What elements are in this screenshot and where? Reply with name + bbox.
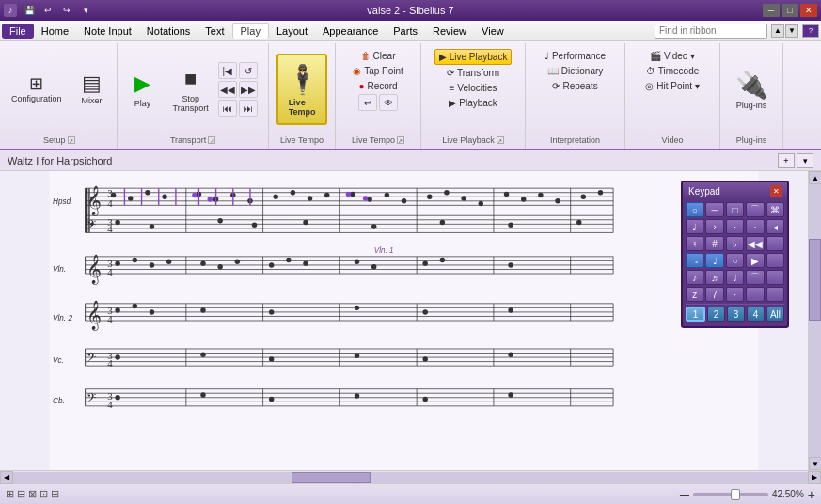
zoom-in-btn[interactable]: + — [808, 487, 815, 502]
keypad-btn-54[interactable]: ⌒ — [746, 270, 764, 285]
quick-redo-btn[interactable]: ↪ — [58, 4, 75, 17]
to-start-btn[interactable]: ⏮ — [218, 100, 237, 117]
play-btn[interactable]: ▶ Play — [122, 56, 164, 122]
clear-btn[interactable]: 🗑 Clear — [357, 49, 400, 63]
keypad-btn-25[interactable]: ◂ — [766, 219, 784, 234]
to-end-btn[interactable]: ⏭ — [239, 100, 258, 117]
live-playback-expand-btn[interactable]: ↗ — [497, 136, 504, 144]
menu-file[interactable]: File — [2, 24, 34, 39]
dictionary-btn[interactable]: 📖 Dictionary — [544, 64, 607, 78]
repeats-btn[interactable]: ⟳ Repeats — [548, 79, 601, 93]
keypad-btn-23[interactable]: · — [726, 219, 744, 234]
menu-notations[interactable]: Notations — [139, 24, 197, 39]
quick-undo-btn[interactable]: ↩ — [39, 4, 56, 17]
minimize-btn[interactable]: ─ — [763, 4, 780, 17]
keypad-mode-2[interactable]: ─ — [705, 202, 723, 217]
keypad-note-3[interactable]: ○ — [726, 253, 744, 268]
keypad-note-2[interactable]: ♩ — [705, 253, 723, 268]
keypad-btn-35[interactable] — [766, 236, 784, 251]
transform-btn[interactable]: ⟳ Transform — [443, 66, 503, 80]
rewind-btn[interactable]: ◀◀ — [218, 81, 237, 98]
search-next-btn[interactable]: ▼ — [785, 24, 798, 38]
search-prev-btn[interactable]: ▲ — [771, 24, 784, 38]
keypad-mode-3[interactable]: □ — [726, 202, 744, 217]
zoom-slider[interactable] — [693, 493, 768, 496]
keypad-btn-65[interactable] — [766, 287, 784, 302]
help-btn[interactable]: ? — [802, 24, 819, 38]
keypad-num-4[interactable]: 4 — [747, 307, 765, 322]
live-tempo-btn[interactable]: 🕴 LiveTempo — [276, 54, 327, 125]
keypad-btn-52[interactable]: ♬ — [705, 270, 723, 285]
keypad-num-3[interactable]: 3 — [727, 307, 745, 322]
video-btn[interactable]: 🎬 Video ▾ — [646, 49, 699, 63]
zoom-slider-thumb[interactable] — [731, 489, 740, 500]
keypad-mode-5[interactable]: ⌘ — [766, 202, 784, 217]
menu-layout[interactable]: Layout — [269, 24, 315, 39]
keypad-btn-64[interactable] — [746, 287, 764, 302]
status-icon-1[interactable]: ⊞ — [6, 488, 14, 500]
menu-note-input[interactable]: Note Input — [76, 24, 139, 39]
keypad-btn-34[interactable]: ◀◀ — [746, 236, 764, 251]
ff-btn[interactable]: ▶▶ — [239, 81, 258, 98]
live-tempo-expand-btn[interactable]: ↗ — [397, 136, 404, 144]
menu-appearance[interactable]: Appearance — [315, 24, 386, 39]
keypad-btn-53[interactable]: ♩ — [726, 270, 744, 285]
record-btn[interactable]: ● Record — [355, 79, 401, 93]
maximize-btn[interactable]: □ — [782, 4, 798, 17]
keypad-btn-61[interactable]: z — [686, 287, 703, 302]
keypad-btn-55[interactable] — [766, 270, 784, 285]
add-staff-btn[interactable]: + — [778, 153, 795, 168]
rewind-to-start-btn[interactable]: |◀ — [218, 62, 237, 79]
keypad-note-1[interactable]: 𝅗 — [686, 253, 703, 268]
scroll-down-btn[interactable]: ▼ — [809, 457, 821, 470]
close-btn[interactable]: ✕ — [800, 4, 817, 17]
status-icon-2[interactable]: ⊟ — [17, 488, 25, 500]
vertical-scrollbar[interactable]: ▲ ▼ — [808, 171, 821, 470]
status-icon-3[interactable]: ⊠ — [28, 488, 37, 500]
keypad-btn-32[interactable]: # — [705, 236, 723, 251]
loop-btn[interactable]: ↺ — [239, 62, 258, 79]
menu-parts[interactable]: Parts — [386, 24, 425, 39]
keypad-btn-62[interactable]: 7 — [705, 287, 723, 302]
scroll-up-btn[interactable]: ▲ — [809, 171, 821, 184]
keypad-btn-51[interactable]: ♪ — [686, 270, 703, 285]
menu-review[interactable]: Review — [425, 24, 474, 39]
zoom-out-btn[interactable]: ─ — [680, 487, 689, 502]
menu-home[interactable]: Home — [34, 24, 76, 39]
tap-point-btn[interactable]: ◉ Tap Point — [349, 64, 407, 78]
keypad-btn-22[interactable]: › — [705, 219, 723, 234]
ribbon-search-input[interactable] — [655, 24, 767, 39]
scroll-right-btn[interactable]: ▶ — [808, 471, 821, 484]
horizontal-scrollbar[interactable]: ◀ ▶ — [0, 470, 821, 483]
setup-expand-btn[interactable]: ↗ — [68, 136, 75, 144]
nav-staff-btn[interactable]: ▾ — [797, 153, 813, 168]
quick-more-btn[interactable]: ▾ — [77, 4, 94, 17]
keypad-btn-31[interactable]: ♮ — [686, 236, 703, 251]
keypad-header[interactable]: Keypad ✕ — [683, 182, 787, 199]
keypad-btn-24[interactable]: · — [746, 219, 764, 234]
status-icon-4[interactable]: ⊡ — [39, 488, 48, 500]
keypad-mode-4[interactable]: ⌒ — [746, 202, 764, 217]
loop-back-btn[interactable]: ↩ — [358, 94, 377, 111]
plugins-btn[interactable]: 🔌 Plug-ins — [726, 63, 777, 116]
menu-play[interactable]: Play — [232, 23, 269, 39]
eye-btn[interactable]: 👁 — [379, 94, 398, 111]
mixer-btn[interactable]: ▤ Mixer — [71, 63, 113, 116]
performance-btn[interactable]: ♩ Performance — [541, 49, 609, 63]
keypad-num-1[interactable]: 1 — [686, 307, 705, 322]
keypad-close-btn[interactable]: ✕ — [770, 185, 782, 197]
live-playback-btn[interactable]: ▶ Live Playback — [434, 49, 513, 65]
keypad-btn-33[interactable]: ♭ — [726, 236, 744, 251]
stop-btn[interactable]: ■ StopTransport — [166, 56, 216, 122]
status-icon-5[interactable]: ⊞ — [51, 488, 59, 500]
keypad-num-all[interactable]: All — [766, 307, 784, 322]
menu-view[interactable]: View — [474, 24, 512, 39]
configuration-btn[interactable]: ⊞ Configuration — [6, 63, 68, 116]
keypad-btn-21[interactable]: ♩ — [686, 219, 703, 234]
menu-text[interactable]: Text — [197, 24, 231, 39]
timecode-btn[interactable]: ⏱ Timecode — [642, 64, 703, 78]
quick-save-btn[interactable]: 💾 — [21, 4, 38, 17]
keypad-btn-63[interactable]: · — [726, 287, 744, 302]
transport-expand-btn[interactable]: ↗ — [208, 136, 215, 144]
keypad-num-2[interactable]: 2 — [707, 307, 725, 322]
